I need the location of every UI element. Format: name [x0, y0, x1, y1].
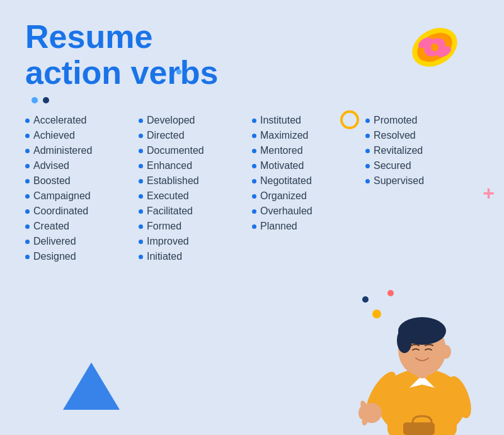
list-item: Achieved — [25, 130, 139, 141]
verb-column-2: Developed Directed Documented Enhanced E… — [139, 115, 252, 262]
list-item: Created — [25, 221, 139, 232]
deco-candy-illustration — [391, 19, 466, 82]
list-item: Boosted — [25, 175, 139, 187]
list-item: Advised — [25, 160, 139, 171]
bullet — [252, 134, 256, 138]
list-item: Organized — [252, 190, 365, 202]
svg-rect-19 — [403, 422, 435, 435]
bullet — [365, 179, 370, 183]
list-item: Developed — [139, 115, 252, 126]
dot-light-blue — [32, 97, 38, 103]
list-item: Improved — [139, 236, 252, 247]
list-item: Coordinated — [25, 206, 139, 217]
bullet — [252, 119, 256, 123]
bullet — [25, 119, 30, 123]
bullet — [139, 255, 143, 259]
bullet — [139, 134, 143, 138]
list-item: Initiated — [139, 251, 252, 262]
bullet — [365, 119, 370, 123]
svg-point-20 — [441, 345, 451, 359]
bullet — [25, 179, 30, 183]
bullet — [139, 224, 143, 229]
verb-column-3: Instituted Maximized Mentored Motivated … — [252, 115, 365, 262]
bullet — [365, 164, 370, 168]
verb-column-4: Promoted Resolved Revitalized Secured Su… — [365, 115, 479, 262]
bullet — [25, 255, 30, 259]
bullet — [139, 194, 143, 199]
list-item: Administered — [25, 145, 139, 156]
list-item: Overhauled — [252, 206, 365, 217]
bullet — [25, 164, 30, 168]
bullet — [252, 149, 256, 153]
bullet — [139, 209, 143, 214]
list-item: Directed — [139, 130, 252, 141]
page-container: Resume action verbs Accelerated Achieved… — [0, 0, 504, 435]
deco-plus-sign: + — [483, 183, 495, 203]
bullet — [25, 194, 30, 199]
bullet — [25, 134, 30, 138]
bullet — [139, 119, 143, 123]
bullet — [25, 224, 30, 229]
list-item: Formed — [139, 221, 252, 232]
dot-dark-blue — [43, 97, 49, 103]
bullet — [25, 240, 30, 244]
list-item: Revitalized — [365, 145, 479, 156]
list-item: Resolved — [365, 130, 479, 141]
verb-column-1: Accelerated Achieved Administered Advise… — [25, 115, 139, 262]
character-illustration — [353, 277, 491, 435]
list-item: Facilitated — [139, 206, 252, 217]
list-item: Secured — [365, 160, 479, 171]
list-item: Maximized — [252, 130, 365, 141]
bullet — [25, 209, 30, 214]
list-item: Designed — [25, 251, 139, 262]
svg-point-3 — [431, 44, 438, 51]
verbs-grid: Accelerated Achieved Administered Advise… — [25, 115, 479, 262]
bullet — [139, 240, 143, 244]
deco-orange-circle — [340, 110, 359, 129]
list-item: Mentored — [252, 145, 365, 156]
bullet — [365, 134, 370, 138]
list-item: Campaigned — [25, 190, 139, 202]
list-item: Documented — [139, 145, 252, 156]
deco-blue-triangle — [63, 362, 120, 410]
bullet — [139, 179, 143, 183]
list-item: Supervised — [365, 175, 479, 187]
bullet — [139, 164, 143, 168]
list-item: Negotitated — [252, 175, 365, 187]
list-item: Motivated — [252, 160, 365, 171]
list-item: Enhanced — [139, 160, 252, 171]
list-item: Delivered — [25, 236, 139, 247]
decorative-dots — [32, 97, 479, 103]
list-item: Executed — [139, 190, 252, 202]
bullet — [252, 224, 256, 229]
list-item: Promoted — [365, 115, 479, 126]
bullet — [139, 149, 143, 153]
list-item: Accelerated — [25, 115, 139, 126]
bullet — [365, 149, 370, 153]
deco-small-blue-dot — [176, 69, 181, 74]
bullet — [252, 179, 256, 183]
bullet — [252, 164, 256, 168]
bullet — [252, 209, 256, 214]
bullet — [25, 149, 30, 153]
bullet — [252, 194, 256, 199]
list-item: Planned — [252, 221, 365, 232]
svg-point-12 — [397, 328, 412, 353]
list-item: Established — [139, 175, 252, 187]
